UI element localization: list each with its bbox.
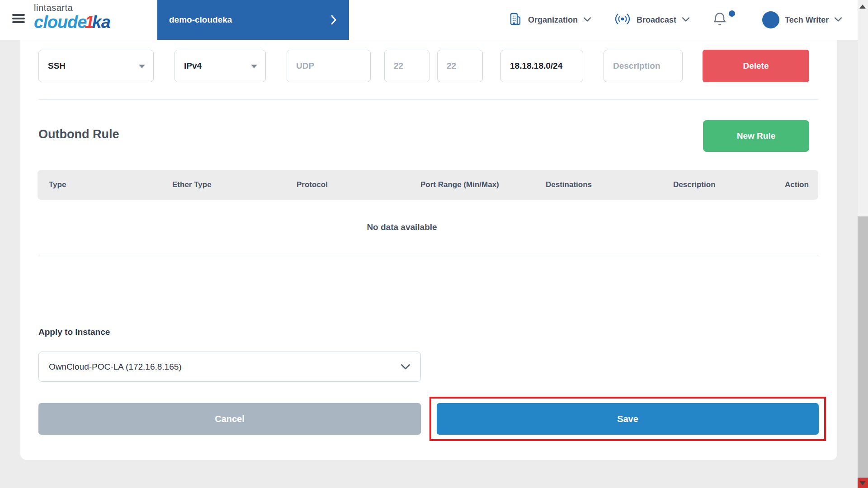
- section-divider: [38, 255, 818, 255]
- building-icon: [508, 12, 523, 28]
- scrollbar-down-arrow-icon: [859, 481, 866, 485]
- column-header-protocol: Protocol: [297, 180, 420, 189]
- security-group-card: SSH IPv4 Delete Outbond Rule New Rule Ty…: [20, 40, 837, 460]
- user-menu[interactable]: Tech Writer: [762, 0, 842, 40]
- instance-select-value: OwnCloud-POC-LA (172.16.8.165): [49, 362, 182, 372]
- project-selector[interactable]: demo-cloudeka: [157, 0, 349, 40]
- top-header: lintasarta cloude1ka demo-cloudeka Orga: [0, 0, 858, 40]
- column-header-description: Description: [673, 180, 785, 189]
- rule-type-value: SSH: [48, 61, 66, 71]
- chevron-down-icon: [682, 16, 690, 24]
- chevron-right-icon: [330, 14, 337, 25]
- description-input[interactable]: [613, 50, 673, 82]
- broadcast-label: Broadcast: [637, 15, 676, 25]
- delete-button[interactable]: Delete: [703, 50, 809, 82]
- port-max-input[interactable]: [447, 50, 473, 82]
- column-header-type: Type: [49, 180, 172, 189]
- notification-dot: [729, 10, 735, 17]
- port-max-field: [437, 50, 483, 82]
- avatar: [762, 11, 779, 28]
- user-name-label: Tech Writer: [785, 15, 829, 25]
- outbound-table-header: Type Ether Type Protocol Port Range (Min…: [38, 170, 818, 200]
- apply-to-instance-label: Apply to Instance: [38, 327, 110, 337]
- chevron-down-icon: [834, 16, 842, 24]
- screen: lintasarta cloude1ka demo-cloudeka Orga: [0, 0, 868, 488]
- no-data-text: No data available: [367, 222, 437, 232]
- section-divider: [38, 99, 818, 100]
- project-selector-label: demo-cloudeka: [169, 15, 232, 25]
- bell-icon: [712, 11, 727, 28]
- menu-icon[interactable]: [12, 14, 25, 24]
- organization-label: Organization: [528, 15, 578, 25]
- column-header-destinations: Destinations: [546, 180, 673, 189]
- scrollbar-down-button[interactable]: [858, 478, 868, 488]
- brand-logo-bottom: cloude1ka: [34, 14, 110, 31]
- instance-select[interactable]: OwnCloud-POC-LA (172.16.8.165): [38, 352, 421, 382]
- outbound-rule-title: Outbond Rule: [38, 127, 119, 141]
- chevron-down-icon: [401, 364, 410, 370]
- ether-type-select[interactable]: IPv4: [175, 50, 266, 82]
- ether-type-value: IPv4: [184, 61, 202, 71]
- rule-type-select[interactable]: SSH: [38, 50, 154, 82]
- broadcast-menu[interactable]: Broadcast: [614, 0, 690, 40]
- port-min-field: [384, 50, 429, 82]
- caret-down-icon: [139, 65, 145, 68]
- brand-logo-top: lintasarta: [34, 3, 110, 12]
- outbound-empty-row: No data available: [38, 200, 818, 255]
- save-button[interactable]: Save: [437, 403, 819, 435]
- cancel-button[interactable]: Cancel: [38, 403, 421, 435]
- protocol-field: [287, 50, 371, 82]
- destination-input[interactable]: [510, 50, 574, 82]
- new-rule-button[interactable]: New Rule: [703, 120, 809, 152]
- scrollbar-up-arrow-icon[interactable]: [859, 5, 866, 9]
- column-header-ether-type: Ether Type: [172, 180, 297, 189]
- destination-field: [500, 50, 583, 82]
- brand-logo: lintasarta cloude1ka: [34, 3, 110, 31]
- notifications-button[interactable]: [712, 0, 727, 40]
- protocol-input[interactable]: [296, 50, 361, 82]
- scrollbar-thumb[interactable]: [858, 216, 868, 478]
- column-header-port-range: Port Range (Min/Max): [420, 180, 546, 189]
- chevron-down-icon: [583, 16, 591, 24]
- port-min-input[interactable]: [394, 50, 420, 82]
- organization-menu[interactable]: Organization: [508, 0, 591, 40]
- description-field: [604, 50, 683, 82]
- column-header-action: Action: [785, 180, 809, 189]
- broadcast-icon: [614, 12, 631, 28]
- caret-down-icon: [251, 65, 257, 68]
